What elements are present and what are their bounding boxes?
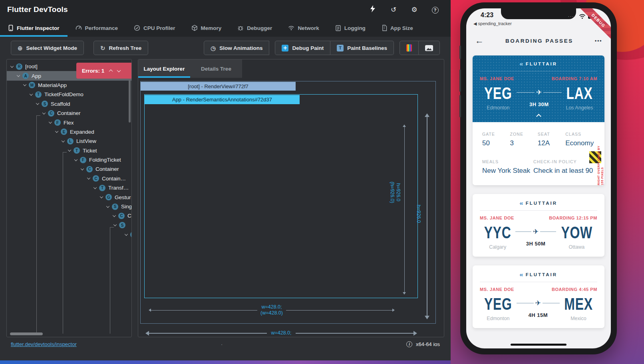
desktop-gradient-strip (0, 360, 451, 364)
status-separator: · (221, 341, 223, 347)
tree-guide-line (110, 227, 110, 334)
volume-down-button[interactable] (459, 95, 461, 117)
root-renderview-label[interactable]: [root] - RenderView#772f7 (141, 82, 296, 91)
next-error-icon[interactable] (117, 68, 121, 72)
destination-city: Los Angeles (562, 105, 597, 111)
tab-app-size[interactable]: App Size (374, 19, 421, 37)
desktop-background: DEBUG 4:23 ◀ spending_tracker ···· ← BOA… (451, 0, 644, 364)
widget-tree: R[root] AApp MMaterialApp TTicketFoldDem… (7, 62, 131, 239)
clock: 4:23 (481, 12, 493, 19)
passenger-name: MS. JANE DOE (480, 287, 514, 292)
zone-value: 3 (510, 139, 534, 147)
help-icon[interactable]: ? (431, 6, 439, 14)
tree-row-singlechild[interactable]: SSingl (7, 202, 131, 211)
devtools-header: Flutter DevTools ↺ ⚙ ? (0, 0, 451, 19)
tab-details-tree[interactable]: Details Tree (190, 59, 242, 78)
more-options-button[interactable]: ••• (595, 38, 602, 44)
history-icon[interactable]: ↺ (389, 6, 398, 14)
header-actions: ↺ ⚙ ? (368, 5, 443, 14)
tree-row-ticketfolddemo[interactable]: TTicketFoldDemo (7, 90, 131, 99)
image-icon (425, 45, 433, 51)
debug-paint-button[interactable]: ✛ Debug Paint (275, 41, 330, 55)
zone-label: ZONE (510, 132, 534, 136)
devtools-tab-bar: Flutter Inspector Performance CPU Profil… (0, 19, 451, 37)
iphone-simulator: DEBUG 4:23 ◀ spending_tracker ···· ← BOA… (460, 2, 617, 354)
collapse-chevron-icon[interactable] (536, 114, 541, 119)
meals-label: MEALS (482, 159, 530, 164)
tab-cpu-profiler[interactable]: CPU Profiler (126, 19, 183, 37)
refresh-tree-button[interactable]: ↻ Refresh Tree (93, 41, 148, 55)
tree-row-co[interactable]: CCo (7, 211, 131, 220)
ticket-list: « FLUTTAIR MS. JANE DOE BOARDING 7:10 AM… (466, 50, 611, 334)
tab-performance[interactable]: Performance (68, 19, 126, 37)
docs-link[interactable]: flutter.dev/devtools/inspector (11, 341, 77, 347)
tree-row-foldingticket[interactable]: FFoldingTicket (7, 155, 131, 164)
hot-reload-bolt-icon[interactable] (368, 5, 377, 14)
clock-icon: ◷ (211, 45, 216, 51)
repaint-rainbow-icon (406, 44, 412, 51)
app-rendersemantics-label[interactable]: App - RenderSemanticsAnnotations#72d37 (145, 95, 300, 104)
outer-height-label: h=926.0 (415, 205, 421, 223)
home-indicator[interactable] (511, 344, 566, 346)
flight-duration: 3H 30M (517, 101, 562, 107)
destination-code: LAX (566, 85, 592, 102)
app-size-file-icon (382, 25, 387, 31)
airline-logo-icon: « (519, 271, 523, 278)
destination-city: Ottawa (556, 244, 597, 250)
destination-code: YOW (561, 224, 592, 241)
boarding-pass-card-3[interactable]: « FLUTTAIR MS. JANE DOE BOARDING 4:45 PM… (473, 265, 604, 328)
tree-row-ticket[interactable]: TTicket (7, 146, 131, 155)
debug-banner-button[interactable] (419, 41, 440, 55)
phone-icon (8, 25, 14, 31)
overflow-error-text: RIGHT OVERFLOWED BY 155 PIXELS (597, 145, 604, 185)
volume-up-button[interactable] (459, 69, 461, 92)
tree-horizontal-scrollbar[interactable] (10, 332, 43, 335)
silence-switch[interactable] (459, 46, 461, 59)
app-title: Flutter DevTools (7, 5, 68, 14)
tab-layout-explorer[interactable]: Layout Explorer (138, 59, 190, 78)
boarding-time: BOARDING 7:10 AM (552, 76, 597, 81)
previous-error-icon[interactable] (109, 69, 113, 73)
tree-row-materialapp[interactable]: MMaterialApp (7, 81, 131, 90)
boarding-pass-card-1[interactable]: « FLUTTAIR MS. JANE DOE BOARDING 7:10 AM… (473, 55, 604, 185)
info-icon[interactable]: i (406, 341, 412, 347)
tree-row-listview[interactable]: LListView (7, 136, 131, 146)
tree-row-s[interactable]: S (7, 221, 131, 230)
outer-height-arrow (425, 113, 429, 319)
tree-row-partial[interactable]: C (7, 230, 131, 239)
tab-logging[interactable]: Logging (327, 19, 374, 37)
select-widget-mode-button[interactable]: ⊕ Select Widget Mode (11, 41, 84, 55)
tree-row-flex[interactable]: FFlex (7, 118, 131, 127)
devtools-status-bar: flutter.dev/devtools/inspector · i x64-6… (0, 337, 451, 351)
inner-width-arrow: w=428.0; (w=428.0) (149, 304, 395, 316)
tree-vertical-scrollbar[interactable] (129, 75, 131, 123)
tree-row-transform[interactable]: TTransf… (7, 183, 131, 192)
origin-city: Edmonton (480, 316, 517, 321)
tree-row-gesturedetector[interactable]: GGestur… (7, 192, 131, 202)
slow-animations-button[interactable]: ◷ Slow Animations (204, 41, 269, 55)
inspector-subtabs: Layout Explorer Details Tree (138, 59, 242, 78)
tree-row-container3[interactable]: CContain… (7, 174, 131, 183)
origin-city: Calgary (480, 244, 515, 250)
errors-badge[interactable]: Errors: 1 (76, 63, 131, 79)
app-rendersemantics-box[interactable] (144, 94, 418, 298)
plane-icon: ✈ (533, 228, 539, 235)
tab-debugger[interactable]: Debugger (229, 19, 280, 37)
airline-logo-icon: « (519, 200, 523, 206)
settings-gear-icon[interactable]: ⚙ (410, 6, 419, 14)
tab-network[interactable]: Network (280, 19, 327, 37)
back-arrow-button[interactable]: ← (475, 36, 484, 46)
tree-row-scaffold[interactable]: SScaffold (7, 99, 131, 109)
tab-flutter-inspector[interactable]: Flutter Inspector (0, 19, 68, 37)
tree-row-container2[interactable]: CContainer (7, 164, 131, 174)
repaint-rainbow-button[interactable] (400, 41, 419, 55)
passenger-name: MS. JANE DOE (480, 216, 514, 220)
boarding-pass-card-2[interactable]: « FLUTTAIR MS. JANE DOE BOARDING 12:15 P… (473, 194, 604, 257)
tab-memory[interactable]: Memory (183, 19, 230, 37)
back-to-app-label[interactable]: ◀ spending_tracker (473, 21, 512, 26)
tree-row-container[interactable]: CContainer (7, 109, 131, 118)
ticket-header-blue: « FLUTTAIR MS. JANE DOE BOARDING 7:10 AM… (473, 55, 604, 122)
speedometer-icon (76, 25, 82, 31)
tree-row-expanded[interactable]: EExpanded (7, 127, 131, 136)
paint-baselines-button[interactable]: T Paint Baselines (330, 41, 394, 55)
